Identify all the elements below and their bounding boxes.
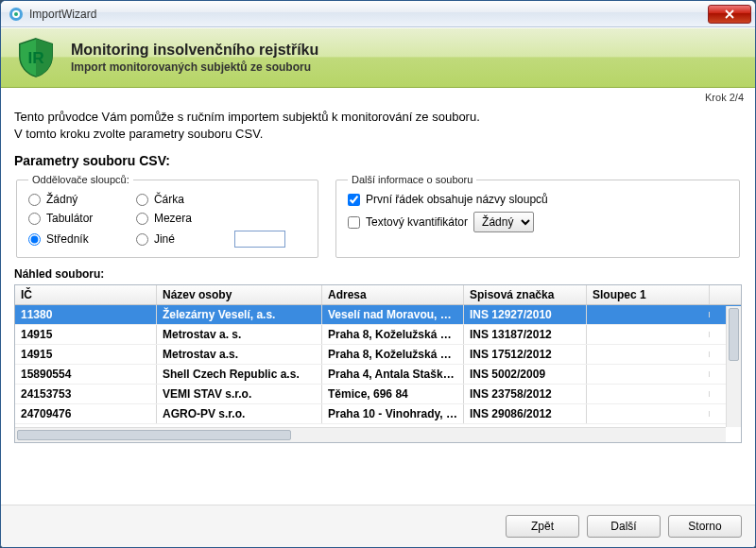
wizard-footer: Zpět Další Storno: [1, 505, 755, 548]
table-row[interactable]: 24153753VEMI STAV s.r.o.Těmice, 696 84IN…: [15, 385, 741, 404]
table-cell: Praha 10 - Vinohrady, K…: [322, 404, 464, 423]
table-cell: 24709476: [15, 404, 157, 423]
delimiter-space[interactable]: Mezera: [136, 212, 213, 225]
table-row[interactable]: 15890554Shell Czech Republic a.s.Praha 4…: [15, 365, 741, 385]
table-cell: Shell Czech Republic a.s.: [157, 365, 322, 384]
table-cell: [587, 351, 710, 357]
app-icon: [9, 7, 24, 22]
delimiter-semicolon[interactable]: Středník: [28, 232, 113, 246]
next-button[interactable]: Další: [587, 515, 661, 538]
col-header[interactable]: Spisová značka: [464, 285, 587, 304]
table-cell: AGRO-PV s.r.o.: [157, 404, 322, 423]
table-cell: INS 5002/2009: [464, 365, 587, 384]
cancel-button[interactable]: Storno: [668, 515, 742, 538]
svg-text:IR: IR: [27, 48, 44, 67]
table-header-row: IČ Název osoby Adresa Spisová značka Slo…: [15, 285, 741, 305]
table-cell: INS 23758/2012: [464, 385, 587, 403]
first-row-headers-label: První řádek obsahuje názvy sloupců: [366, 193, 548, 206]
preview-label: Náhled souboru:: [14, 267, 742, 281]
preview-table: IČ Název osoby Adresa Spisová značka Slo…: [14, 284, 742, 443]
first-row-headers-checkbox[interactable]: [348, 194, 360, 206]
wizard-header: IR Monitoring insolvenčního rejstříku Im…: [1, 27, 755, 88]
table-cell: [587, 312, 710, 317]
vertical-scrollbar[interactable]: [726, 306, 741, 427]
text-qualifier-label: Textový kvantifikátor: [366, 215, 468, 229]
section-title: Parametry souboru CSV:: [14, 153, 742, 168]
table-cell: [587, 371, 710, 377]
delimiter-none[interactable]: Žádný: [28, 193, 113, 206]
intro-text: Tento průvodce Vám pomůže s ručním impor…: [14, 109, 742, 142]
close-button[interactable]: [708, 5, 751, 24]
table-cell: INS 13187/2012: [464, 325, 587, 344]
table-cell: INS 12927/2010: [464, 305, 587, 324]
table-cell: Metrostav a.s.: [157, 345, 322, 364]
table-cell: 14915: [15, 325, 157, 344]
table-cell: Železárny Veselí, a.s.: [157, 305, 322, 324]
delimiter-comma[interactable]: Čárka: [136, 193, 213, 206]
delimiter-other[interactable]: Jiné: [136, 232, 213, 246]
col-header[interactable]: Adresa: [322, 285, 464, 304]
horizontal-scrollbar[interactable]: [15, 427, 726, 442]
table-row[interactable]: 24709476AGRO-PV s.r.o.Praha 10 - Vinohra…: [15, 404, 741, 424]
window-title: ImportWizard: [29, 8, 708, 21]
fileinfo-legend: Další informace o souboru: [348, 174, 476, 185]
table-cell: Veselí nad Moravou, Ko…: [322, 305, 464, 324]
table-cell: Praha 4, Antala Staška …: [322, 365, 464, 384]
table-cell: Praha 8, Koželužská 22…: [322, 345, 464, 364]
delimiter-tab[interactable]: Tabulátor: [28, 212, 113, 225]
delimiters-group: Oddělovače sloupců: Žádný Čárka Tabuláto…: [16, 174, 318, 258]
page-title: Monitoring insolvenčního rejstříku: [71, 42, 318, 59]
table-row[interactable]: 11380Železárny Veselí, a.s.Veselí nad Mo…: [15, 305, 741, 325]
wizard-window: ImportWizard IR Monitoring insolvenčního…: [0, 0, 756, 548]
intro-line: V tomto kroku zvolte parametry souboru C…: [14, 126, 742, 143]
table-cell: INS 17512/2012: [464, 345, 587, 364]
page-subtitle: Import monitorovaných subjektů ze soubor…: [71, 60, 318, 74]
table-cell: 11380: [15, 305, 157, 324]
shield-icon: IR: [14, 36, 58, 79]
table-cell: 15890554: [15, 365, 157, 384]
fileinfo-group: Další informace o souboru První řádek ob…: [335, 174, 740, 258]
back-button[interactable]: Zpět: [506, 515, 579, 538]
step-indicator: Krok 2/4: [1, 88, 755, 103]
svg-point-2: [14, 12, 18, 16]
table-cell: INS 29086/2012: [464, 404, 587, 423]
delimiters-legend: Oddělovače sloupců:: [28, 174, 133, 185]
table-row[interactable]: 14915Metrostav a.s.Praha 8, Koželužská 2…: [15, 345, 741, 365]
table-cell: 14915: [15, 345, 157, 364]
delimiter-other-input[interactable]: [234, 231, 285, 248]
col-header[interactable]: IČ: [15, 285, 157, 304]
table-row[interactable]: 14915Metrostav a. s.Praha 8, Koželužská …: [15, 325, 741, 345]
table-cell: 24153753: [15, 385, 157, 403]
table-cell: [587, 332, 710, 337]
col-header[interactable]: Sloupec 1: [587, 285, 710, 304]
text-qualifier-checkbox[interactable]: [348, 216, 360, 229]
table-cell: Praha 8, Koželužská 22…: [322, 325, 464, 344]
text-qualifier-select[interactable]: Žádný: [473, 212, 534, 232]
table-cell: [587, 411, 710, 417]
title-bar: ImportWizard: [1, 1, 755, 27]
intro-line: Tento průvodce Vám pomůže s ručním impor…: [14, 109, 742, 126]
table-cell: Metrostav a. s.: [157, 325, 322, 344]
table-cell: Těmice, 696 84: [322, 385, 464, 403]
col-header[interactable]: Název osoby: [157, 285, 322, 304]
table-cell: [587, 391, 710, 397]
table-cell: VEMI STAV s.r.o.: [157, 385, 322, 403]
